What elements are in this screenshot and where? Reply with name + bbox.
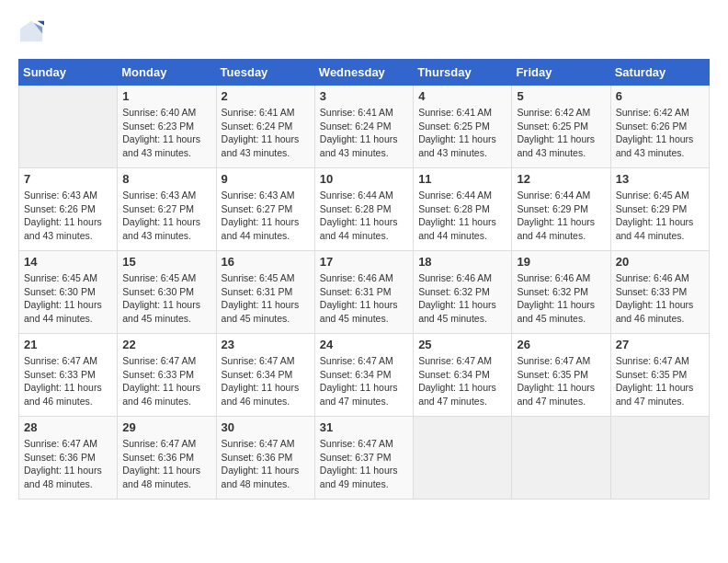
day-number: 31 — [320, 420, 408, 434]
calendar-week-4: 21Sunrise: 6:47 AMSunset: 6:33 PMDayligh… — [19, 334, 710, 417]
day-number: 25 — [418, 338, 506, 351]
calendar-cell: 7Sunrise: 6:43 AMSunset: 6:26 PMDaylight… — [19, 168, 118, 251]
calendar-cell: 1Sunrise: 6:40 AMSunset: 6:23 PMDaylight… — [118, 86, 216, 168]
day-info: Sunrise: 6:45 AMSunset: 6:30 PMDaylight:… — [122, 271, 210, 326]
day-number: 30 — [222, 420, 310, 434]
day-info: Sunrise: 6:44 AMSunset: 6:29 PMDaylight:… — [517, 189, 605, 243]
weekday-row: SundayMondayTuesdayWednesdayThursdayFrid… — [19, 60, 710, 86]
weekday-header-friday: Friday — [512, 60, 610, 86]
calendar-table: SundayMondayTuesdayWednesdayThursdayFrid… — [18, 59, 710, 500]
day-info: Sunrise: 6:47 AMSunset: 6:33 PMDaylight:… — [122, 354, 210, 408]
calendar-cell: 3Sunrise: 6:41 AMSunset: 6:24 PMDaylight… — [314, 86, 413, 168]
day-info: Sunrise: 6:43 AMSunset: 6:26 PMDaylight:… — [24, 189, 112, 243]
day-number: 27 — [616, 338, 704, 351]
day-number: 20 — [616, 255, 704, 269]
day-info: Sunrise: 6:42 AMSunset: 6:25 PMDaylight:… — [517, 106, 605, 160]
calendar-cell — [19, 86, 118, 168]
svg-marker-2 — [38, 21, 44, 26]
calendar-cell: 27Sunrise: 6:47 AMSunset: 6:35 PMDayligh… — [610, 334, 709, 417]
calendar-cell: 25Sunrise: 6:47 AMSunset: 6:34 PMDayligh… — [414, 334, 512, 417]
day-number: 4 — [418, 89, 506, 103]
calendar-week-3: 14Sunrise: 6:45 AMSunset: 6:30 PMDayligh… — [19, 251, 710, 334]
calendar-cell: 12Sunrise: 6:44 AMSunset: 6:29 PMDayligh… — [512, 168, 610, 251]
day-info: Sunrise: 6:44 AMSunset: 6:28 PMDaylight:… — [418, 189, 506, 243]
day-number: 16 — [222, 255, 310, 269]
calendar-cell: 24Sunrise: 6:47 AMSunset: 6:34 PMDayligh… — [314, 334, 413, 417]
calendar-cell: 4Sunrise: 6:41 AMSunset: 6:25 PMDaylight… — [414, 86, 512, 168]
day-info: Sunrise: 6:46 AMSunset: 6:32 PMDaylight:… — [418, 271, 506, 326]
day-number: 6 — [616, 89, 704, 103]
calendar-week-5: 28Sunrise: 6:47 AMSunset: 6:36 PMDayligh… — [19, 417, 710, 500]
day-number: 14 — [24, 255, 112, 269]
calendar-cell: 29Sunrise: 6:47 AMSunset: 6:36 PMDayligh… — [118, 417, 216, 500]
calendar-cell: 10Sunrise: 6:44 AMSunset: 6:28 PMDayligh… — [314, 168, 413, 251]
day-info: Sunrise: 6:43 AMSunset: 6:27 PMDaylight:… — [122, 189, 210, 243]
calendar-cell: 22Sunrise: 6:47 AMSunset: 6:33 PMDayligh… — [118, 334, 216, 417]
day-info: Sunrise: 6:41 AMSunset: 6:25 PMDaylight:… — [418, 106, 506, 160]
calendar-cell: 2Sunrise: 6:41 AMSunset: 6:24 PMDaylight… — [216, 86, 314, 168]
day-info: Sunrise: 6:47 AMSunset: 6:33 PMDaylight:… — [24, 354, 112, 408]
day-number: 18 — [418, 255, 506, 269]
calendar-cell: 30Sunrise: 6:47 AMSunset: 6:36 PMDayligh… — [216, 417, 314, 500]
day-number: 10 — [320, 172, 408, 186]
day-info: Sunrise: 6:46 AMSunset: 6:32 PMDaylight:… — [517, 271, 605, 326]
calendar-cell: 9Sunrise: 6:43 AMSunset: 6:27 PMDaylight… — [216, 168, 314, 251]
day-info: Sunrise: 6:45 AMSunset: 6:29 PMDaylight:… — [616, 189, 704, 243]
calendar-cell: 5Sunrise: 6:42 AMSunset: 6:25 PMDaylight… — [512, 86, 610, 168]
calendar-cell: 28Sunrise: 6:47 AMSunset: 6:36 PMDayligh… — [19, 417, 118, 500]
day-info: Sunrise: 6:47 AMSunset: 6:36 PMDaylight:… — [222, 437, 310, 491]
calendar-cell: 11Sunrise: 6:44 AMSunset: 6:28 PMDayligh… — [414, 168, 512, 251]
day-number: 15 — [122, 255, 210, 269]
day-number: 24 — [320, 338, 408, 351]
day-number: 12 — [517, 172, 605, 186]
page-header — [18, 18, 710, 44]
weekday-header-sunday: Sunday — [19, 60, 118, 86]
day-number: 5 — [517, 89, 605, 103]
day-info: Sunrise: 6:40 AMSunset: 6:23 PMDaylight:… — [122, 106, 210, 160]
calendar-week-2: 7Sunrise: 6:43 AMSunset: 6:26 PMDaylight… — [19, 168, 710, 251]
day-info: Sunrise: 6:45 AMSunset: 6:30 PMDaylight:… — [24, 271, 112, 326]
day-number: 11 — [418, 172, 506, 186]
day-info: Sunrise: 6:47 AMSunset: 6:36 PMDaylight:… — [24, 437, 112, 491]
day-number: 7 — [24, 172, 112, 186]
logo — [18, 18, 48, 44]
day-info: Sunrise: 6:41 AMSunset: 6:24 PMDaylight:… — [320, 106, 408, 160]
day-number: 26 — [517, 338, 605, 351]
calendar-cell: 14Sunrise: 6:45 AMSunset: 6:30 PMDayligh… — [19, 251, 118, 334]
weekday-header-tuesday: Tuesday — [216, 60, 314, 86]
day-number: 1 — [122, 89, 210, 103]
day-number: 22 — [122, 338, 210, 351]
day-number: 3 — [320, 89, 408, 103]
day-number: 23 — [222, 338, 310, 351]
calendar-cell: 15Sunrise: 6:45 AMSunset: 6:30 PMDayligh… — [118, 251, 216, 334]
svg-marker-0 — [20, 21, 42, 41]
day-number: 8 — [122, 172, 210, 186]
weekday-header-saturday: Saturday — [610, 60, 709, 86]
day-info: Sunrise: 6:47 AMSunset: 6:35 PMDaylight:… — [517, 354, 605, 408]
day-number: 2 — [222, 89, 310, 103]
weekday-header-wednesday: Wednesday — [314, 60, 413, 86]
calendar-cell: 23Sunrise: 6:47 AMSunset: 6:34 PMDayligh… — [216, 334, 314, 417]
day-info: Sunrise: 6:44 AMSunset: 6:28 PMDaylight:… — [320, 189, 408, 243]
weekday-header-monday: Monday — [118, 60, 216, 86]
calendar-cell: 18Sunrise: 6:46 AMSunset: 6:32 PMDayligh… — [414, 251, 512, 334]
day-info: Sunrise: 6:46 AMSunset: 6:31 PMDaylight:… — [320, 271, 408, 326]
calendar-cell: 17Sunrise: 6:46 AMSunset: 6:31 PMDayligh… — [314, 251, 413, 334]
day-number: 13 — [616, 172, 704, 186]
day-number: 17 — [320, 255, 408, 269]
day-info: Sunrise: 6:43 AMSunset: 6:27 PMDaylight:… — [222, 189, 310, 243]
calendar-cell: 8Sunrise: 6:43 AMSunset: 6:27 PMDaylight… — [118, 168, 216, 251]
day-info: Sunrise: 6:47 AMSunset: 6:37 PMDaylight:… — [320, 437, 408, 491]
calendar-cell — [610, 417, 709, 500]
generalblue-logo-icon — [18, 18, 44, 44]
calendar-cell — [512, 417, 610, 500]
day-number: 9 — [222, 172, 310, 186]
calendar-cell: 16Sunrise: 6:45 AMSunset: 6:31 PMDayligh… — [216, 251, 314, 334]
weekday-header-thursday: Thursday — [414, 60, 512, 86]
calendar-week-1: 1Sunrise: 6:40 AMSunset: 6:23 PMDaylight… — [19, 86, 710, 168]
calendar-body: 1Sunrise: 6:40 AMSunset: 6:23 PMDaylight… — [19, 86, 710, 500]
day-number: 29 — [122, 420, 210, 434]
day-info: Sunrise: 6:42 AMSunset: 6:26 PMDaylight:… — [616, 106, 704, 160]
calendar-cell: 26Sunrise: 6:47 AMSunset: 6:35 PMDayligh… — [512, 334, 610, 417]
day-info: Sunrise: 6:41 AMSunset: 6:24 PMDaylight:… — [222, 106, 310, 160]
